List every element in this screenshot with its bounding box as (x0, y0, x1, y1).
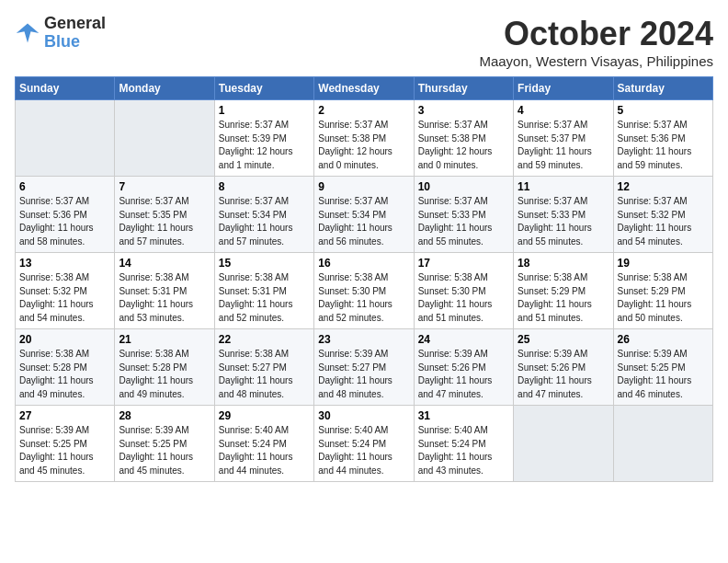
day-number: 7 (119, 180, 210, 193)
day-detail: Sunrise: 5:38 AM Sunset: 5:27 PM Dayligh… (219, 348, 310, 401)
calendar-cell: 28Sunrise: 5:39 AM Sunset: 5:25 PM Dayli… (115, 406, 214, 482)
day-number: 2 (318, 104, 409, 117)
calendar-cell: 5Sunrise: 5:37 AM Sunset: 5:36 PM Daylig… (613, 100, 712, 177)
day-detail: Sunrise: 5:37 AM Sunset: 5:33 PM Dayligh… (418, 195, 509, 248)
day-detail: Sunrise: 5:40 AM Sunset: 5:24 PM Dayligh… (418, 424, 509, 477)
calendar-cell: 27Sunrise: 5:39 AM Sunset: 5:25 PM Dayli… (16, 406, 115, 482)
calendar-cell: 12Sunrise: 5:37 AM Sunset: 5:32 PM Dayli… (613, 177, 712, 253)
day-detail: Sunrise: 5:39 AM Sunset: 5:25 PM Dayligh… (618, 348, 709, 401)
calendar-cell: 20Sunrise: 5:38 AM Sunset: 5:28 PM Dayli… (16, 329, 115, 406)
page-header: General Blue October 2024 Maayon, Wester… (15, 15, 713, 69)
day-detail: Sunrise: 5:39 AM Sunset: 5:25 PM Dayligh… (19, 424, 110, 477)
location: Maayon, Western Visayas, Philippines (479, 53, 713, 69)
title-block: October 2024 Maayon, Western Visayas, Ph… (479, 15, 713, 69)
day-number: 3 (418, 104, 509, 117)
week-row-2: 13Sunrise: 5:38 AM Sunset: 5:32 PM Dayli… (16, 253, 713, 329)
day-number: 21 (119, 333, 210, 346)
calendar-cell: 22Sunrise: 5:38 AM Sunset: 5:27 PM Dayli… (214, 329, 313, 406)
day-header-wednesday: Wednesday (314, 77, 414, 100)
calendar-cell (514, 406, 613, 482)
logo-bird-icon (15, 20, 40, 46)
week-row-1: 6Sunrise: 5:37 AM Sunset: 5:36 PM Daylig… (16, 177, 713, 253)
calendar-cell: 1Sunrise: 5:37 AM Sunset: 5:39 PM Daylig… (214, 100, 313, 177)
day-number: 29 (219, 409, 310, 422)
week-row-4: 27Sunrise: 5:39 AM Sunset: 5:25 PM Dayli… (16, 406, 713, 482)
calendar-cell: 3Sunrise: 5:37 AM Sunset: 5:38 PM Daylig… (414, 100, 513, 177)
calendar-cell: 7Sunrise: 5:37 AM Sunset: 5:35 PM Daylig… (115, 177, 214, 253)
day-detail: Sunrise: 5:38 AM Sunset: 5:29 PM Dayligh… (518, 271, 609, 325)
day-number: 20 (19, 333, 110, 346)
day-number: 17 (418, 257, 509, 270)
calendar-cell: 31Sunrise: 5:40 AM Sunset: 5:24 PM Dayli… (414, 406, 513, 482)
day-number: 12 (618, 180, 709, 193)
day-number: 18 (518, 257, 609, 270)
day-detail: Sunrise: 5:38 AM Sunset: 5:32 PM Dayligh… (19, 271, 110, 325)
calendar-cell: 14Sunrise: 5:38 AM Sunset: 5:31 PM Dayli… (115, 253, 214, 329)
calendar-cell: 23Sunrise: 5:39 AM Sunset: 5:27 PM Dayli… (314, 329, 414, 406)
day-detail: Sunrise: 5:39 AM Sunset: 5:27 PM Dayligh… (318, 348, 409, 401)
calendar-cell: 6Sunrise: 5:37 AM Sunset: 5:36 PM Daylig… (16, 177, 115, 253)
day-number: 31 (418, 409, 509, 422)
day-detail: Sunrise: 5:39 AM Sunset: 5:26 PM Dayligh… (518, 348, 609, 401)
day-header-thursday: Thursday (414, 77, 513, 100)
day-detail: Sunrise: 5:38 AM Sunset: 5:29 PM Dayligh… (618, 271, 709, 325)
calendar-cell: 11Sunrise: 5:37 AM Sunset: 5:33 PM Dayli… (514, 177, 613, 253)
calendar-cell: 10Sunrise: 5:37 AM Sunset: 5:33 PM Dayli… (414, 177, 513, 253)
day-number: 27 (19, 409, 110, 422)
calendar-cell: 17Sunrise: 5:38 AM Sunset: 5:30 PM Dayli… (414, 253, 513, 329)
day-detail: Sunrise: 5:38 AM Sunset: 5:30 PM Dayligh… (418, 271, 509, 325)
day-detail: Sunrise: 5:40 AM Sunset: 5:24 PM Dayligh… (219, 424, 310, 477)
calendar-cell: 16Sunrise: 5:38 AM Sunset: 5:30 PM Dayli… (314, 253, 414, 329)
day-detail: Sunrise: 5:37 AM Sunset: 5:38 PM Dayligh… (418, 119, 509, 172)
day-number: 11 (518, 180, 609, 193)
day-detail: Sunrise: 5:37 AM Sunset: 5:38 PM Dayligh… (318, 119, 409, 172)
calendar-cell (16, 100, 115, 177)
day-number: 15 (219, 257, 310, 270)
calendar-table: SundayMondayTuesdayWednesdayThursdayFrid… (15, 76, 713, 482)
calendar-cell: 15Sunrise: 5:38 AM Sunset: 5:31 PM Dayli… (214, 253, 313, 329)
logo-text: General Blue (44, 15, 106, 52)
day-header-sunday: Sunday (16, 77, 115, 100)
day-number: 5 (618, 104, 709, 117)
day-detail: Sunrise: 5:37 AM Sunset: 5:34 PM Dayligh… (219, 195, 310, 248)
day-number: 25 (518, 333, 609, 346)
calendar-cell: 2Sunrise: 5:37 AM Sunset: 5:38 PM Daylig… (314, 100, 414, 177)
day-detail: Sunrise: 5:37 AM Sunset: 5:32 PM Dayligh… (618, 195, 709, 248)
calendar-cell: 26Sunrise: 5:39 AM Sunset: 5:25 PM Dayli… (613, 329, 712, 406)
day-number: 26 (618, 333, 709, 346)
calendar-cell: 18Sunrise: 5:38 AM Sunset: 5:29 PM Dayli… (514, 253, 613, 329)
calendar-cell: 29Sunrise: 5:40 AM Sunset: 5:24 PM Dayli… (214, 406, 313, 482)
day-detail: Sunrise: 5:39 AM Sunset: 5:25 PM Dayligh… (119, 424, 210, 477)
calendar-cell: 25Sunrise: 5:39 AM Sunset: 5:26 PM Dayli… (514, 329, 613, 406)
calendar-cell (613, 406, 712, 482)
day-header-friday: Friday (514, 77, 613, 100)
day-detail: Sunrise: 5:40 AM Sunset: 5:24 PM Dayligh… (318, 424, 409, 477)
day-number: 22 (219, 333, 310, 346)
logo: General Blue (15, 15, 106, 52)
day-number: 24 (418, 333, 509, 346)
day-number: 9 (318, 180, 409, 193)
day-number: 16 (318, 257, 409, 270)
calendar-cell: 21Sunrise: 5:38 AM Sunset: 5:28 PM Dayli… (115, 329, 214, 406)
calendar-cell: 30Sunrise: 5:40 AM Sunset: 5:24 PM Dayli… (314, 406, 414, 482)
day-detail: Sunrise: 5:37 AM Sunset: 5:39 PM Dayligh… (219, 119, 310, 172)
calendar-cell: 19Sunrise: 5:38 AM Sunset: 5:29 PM Dayli… (613, 253, 712, 329)
day-detail: Sunrise: 5:38 AM Sunset: 5:28 PM Dayligh… (119, 348, 210, 401)
day-number: 8 (219, 180, 310, 193)
day-number: 1 (219, 104, 310, 117)
header-row: SundayMondayTuesdayWednesdayThursdayFrid… (16, 77, 713, 100)
day-number: 13 (19, 257, 110, 270)
day-number: 10 (418, 180, 509, 193)
day-header-saturday: Saturday (613, 77, 712, 100)
calendar-cell: 4Sunrise: 5:37 AM Sunset: 5:37 PM Daylig… (514, 100, 613, 177)
day-detail: Sunrise: 5:37 AM Sunset: 5:34 PM Dayligh… (318, 195, 409, 248)
calendar-cell: 9Sunrise: 5:37 AM Sunset: 5:34 PM Daylig… (314, 177, 414, 253)
week-row-3: 20Sunrise: 5:38 AM Sunset: 5:28 PM Dayli… (16, 329, 713, 406)
day-header-monday: Monday (115, 77, 214, 100)
day-detail: Sunrise: 5:38 AM Sunset: 5:31 PM Dayligh… (119, 271, 210, 325)
day-number: 19 (618, 257, 709, 270)
svg-marker-0 (17, 23, 40, 42)
day-detail: Sunrise: 5:37 AM Sunset: 5:36 PM Dayligh… (19, 195, 110, 248)
calendar-cell: 24Sunrise: 5:39 AM Sunset: 5:26 PM Dayli… (414, 329, 513, 406)
day-number: 6 (19, 180, 110, 193)
